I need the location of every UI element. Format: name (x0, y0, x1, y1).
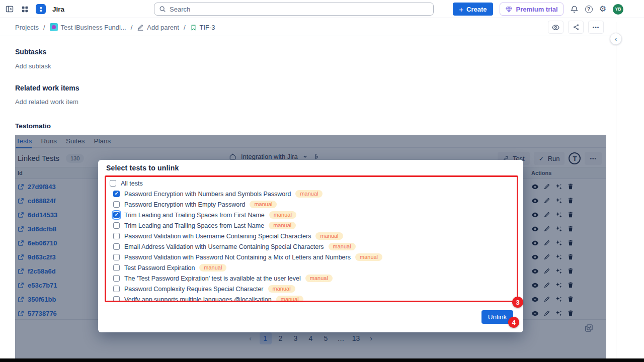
test-option-row: Password Encryption with Numbers and Sym… (106, 189, 517, 199)
test-option-row: Password Encryption with Empty Password … (106, 199, 517, 210)
add-parent-label: Add parent (147, 24, 179, 31)
add-subtask-link[interactable]: Add subtask (15, 62, 51, 70)
test-option-row: Trim Leading and Trailing Spaces from La… (106, 220, 517, 231)
test-checkbox[interactable] (113, 233, 120, 239)
manual-badge: manual (315, 232, 343, 240)
test-checkbox[interactable] (113, 286, 120, 292)
test-checkbox[interactable] (113, 264, 120, 271)
project-avatar-icon (50, 23, 58, 31)
all-tests-checkbox[interactable] (110, 180, 116, 187)
top-navigation: Jira + Create Premium trial ? (0, 0, 644, 18)
issue-actions: ••• (548, 21, 604, 34)
test-option-label: The 'Test Password Expiration' test is a… (124, 275, 301, 282)
breadcrumb-issue-key[interactable]: TIF-3 (190, 24, 215, 31)
test-option-row: Email Address Validation with Username C… (106, 241, 517, 252)
testomatio-heading: Testomatio (15, 122, 51, 130)
premium-trial-button[interactable]: Premium trial (500, 3, 564, 16)
test-checkbox[interactable] (113, 212, 120, 218)
test-option-label: Password Validation with Username Contai… (124, 233, 311, 240)
test-option-row: Password Complexity Requires Special Cha… (106, 284, 517, 294)
search-icon (159, 6, 166, 13)
breadcrumb-project[interactable]: Test iBusiness Fundi... (50, 23, 126, 31)
manual-badge: manual (269, 222, 296, 229)
test-checkbox[interactable] (113, 254, 120, 260)
test-option-row: Verify app supports multiple languages @… (106, 294, 517, 302)
annotation-step-3: 3 (512, 297, 523, 308)
watch-eye-button[interactable] (548, 21, 564, 34)
manual-badge: manual (329, 243, 356, 250)
jira-logo-icon[interactable] (36, 4, 46, 14)
app-window: Jira + Create Premium trial ? (0, 0, 644, 362)
help-question-glyph: ? (585, 6, 593, 13)
manual-badge: manual (276, 296, 303, 302)
breadcrumb: Projects / Test iBusiness Fundi... / Add… (15, 20, 215, 34)
test-option-label: Trim Leading and Trailing Spaces from La… (124, 222, 264, 229)
issue-key-label: TIF-3 (200, 24, 215, 31)
user-avatar[interactable]: YB (613, 4, 623, 15)
breadcrumb-project-label: Test iBusiness Fundi... (61, 24, 126, 31)
all-tests-label: All tests (121, 180, 143, 187)
test-option-label: Verify app supports multiple languages @… (124, 296, 272, 303)
manual-badge: manual (355, 253, 382, 261)
test-checkbox[interactable] (113, 243, 120, 250)
create-button[interactable]: + Create (453, 3, 493, 16)
test-option-label: Password Validation with Password Not Co… (124, 254, 351, 261)
test-option-row: Test Password Expiration manual (106, 262, 517, 273)
test-checkbox[interactable] (113, 275, 120, 282)
subtasks-heading: Subtasks (15, 48, 46, 56)
manual-badge: manual (295, 190, 323, 198)
test-option-label: Trim Leading and Trailing Spaces from Fi… (124, 212, 265, 219)
add-parent-button[interactable]: Add parent (137, 24, 179, 31)
test-option-label: Password Complexity Requires Special Cha… (124, 286, 264, 293)
more-horizontal-icon: ••• (593, 25, 600, 30)
modal-title: Select tests to unlink (106, 164, 179, 172)
search-input[interactable] (170, 6, 429, 13)
gem-icon (505, 6, 513, 13)
more-actions-button[interactable]: ••• (588, 21, 604, 34)
related-items-heading: Related work items (15, 84, 79, 92)
panel-collapse-button[interactable]: ‹ (610, 33, 622, 45)
app-switcher-icon[interactable] (21, 5, 29, 14)
search-bar[interactable] (154, 3, 434, 16)
app-name: Jira (52, 6, 64, 13)
test-option-label: Password Encryption with Numbers and Sym… (124, 191, 291, 198)
right-panel-divider (616, 22, 616, 358)
add-related-item-link[interactable]: Add related work item (15, 98, 78, 106)
share-button[interactable] (568, 21, 584, 34)
breadcrumb-projects[interactable]: Projects (15, 24, 39, 31)
test-checkbox[interactable] (113, 296, 120, 302)
test-option-label: Test Password Expiration (124, 264, 195, 272)
manual-badge: manual (199, 264, 226, 272)
test-option-row: Password Validation with Username Contai… (106, 231, 517, 241)
test-option-label: Password Encryption with Empty Password (124, 201, 245, 208)
test-checkbox[interactable] (113, 201, 120, 208)
manual-badge: manual (250, 201, 277, 208)
notifications-bell-icon[interactable] (570, 5, 579, 14)
test-checkbox[interactable] (113, 191, 120, 197)
test-checkbox-list: Password Encryption with Numbers and Sym… (106, 189, 517, 302)
manual-badge: manual (269, 211, 296, 219)
breadcrumb-separator: / (43, 24, 45, 31)
breadcrumb-separator: / (184, 24, 186, 31)
annotation-step-4: 4 (508, 317, 519, 328)
manual-badge: manual (305, 275, 333, 282)
create-button-label: Create (466, 6, 487, 13)
test-option-row: Trim Leading and Trailing Spaces from Fi… (106, 210, 517, 220)
premium-trial-label: Premium trial (516, 6, 558, 13)
header-divider (0, 36, 616, 36)
breadcrumb-separator: / (131, 24, 133, 31)
chevron-left-icon: ‹ (615, 35, 617, 43)
settings-gear-icon[interactable]: ⚙ (599, 5, 606, 13)
manual-badge: manual (268, 285, 295, 293)
help-icon[interactable]: ? (585, 6, 593, 13)
plus-icon: + (459, 5, 463, 14)
test-option-row: Password Validation with Password Not Co… (106, 252, 517, 262)
bottom-black-bar (0, 358, 644, 362)
sidebar-toggle-icon[interactable] (5, 5, 14, 14)
test-option-row: The 'Test Password Expiration' test is a… (106, 273, 517, 284)
test-checkbox[interactable] (113, 222, 120, 229)
modal-footer-divider (98, 306, 523, 306)
all-tests-row: All tests (106, 178, 517, 189)
unlink-tests-modal: Select tests to unlink All tests Passwor… (98, 160, 523, 332)
edit-pencil-icon (137, 24, 144, 31)
